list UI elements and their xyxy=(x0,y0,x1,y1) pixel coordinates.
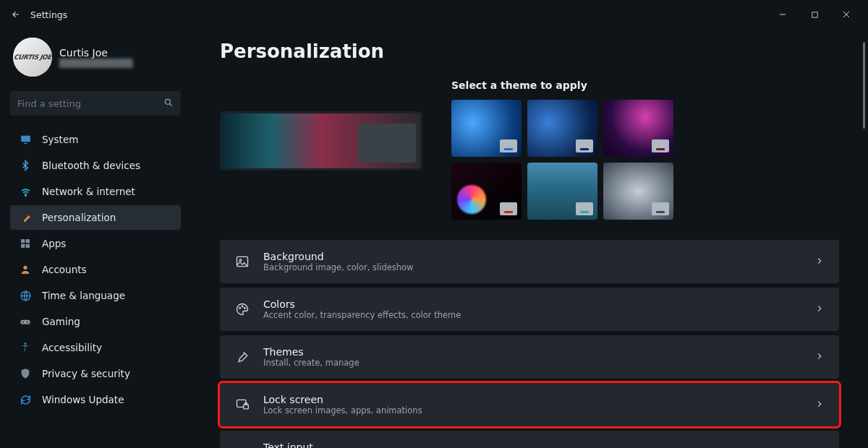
theme-tile-5[interactable] xyxy=(527,163,597,220)
bluetooth-icon xyxy=(19,159,32,172)
sidebar-item-accounts[interactable]: Accounts xyxy=(10,257,181,282)
sidebar-item-label: Windows Update xyxy=(42,394,124,405)
row-desc: Lock screen images, apps, animations xyxy=(263,405,422,415)
chevron-right-icon xyxy=(814,398,825,412)
scrollbar-thumb[interactable] xyxy=(863,42,865,129)
sidebar-item-apps[interactable]: Apps xyxy=(10,231,181,256)
row-desc: Accent color, transparency effects, colo… xyxy=(263,310,461,320)
chevron-right-icon xyxy=(814,255,825,269)
lockscreen-icon xyxy=(234,397,250,413)
svg-rect-6 xyxy=(26,239,30,243)
close-button[interactable] xyxy=(830,3,862,26)
sidebar-item-label: Personalization xyxy=(42,212,116,223)
theme-tile-3[interactable] xyxy=(603,100,673,157)
svg-rect-0 xyxy=(812,12,817,17)
sidebar-item-accessibility[interactable]: Accessibility xyxy=(10,335,181,360)
sidebar-item-privacy[interactable]: Privacy & security xyxy=(10,361,181,386)
keyboard-icon xyxy=(234,444,250,448)
row-desc: Background image, color, slideshow xyxy=(263,262,414,272)
row-title: Colors xyxy=(263,298,461,310)
sidebar-item-update[interactable]: Windows Update xyxy=(10,387,181,412)
image-icon xyxy=(234,254,250,270)
window-title: Settings xyxy=(30,9,67,20)
row-title: Text input xyxy=(263,441,544,448)
desktop-preview[interactable] xyxy=(220,111,422,171)
row-title: Lock screen xyxy=(263,394,422,405)
refresh-icon xyxy=(19,393,32,406)
chevron-right-icon xyxy=(814,446,825,449)
search-box[interactable] xyxy=(10,91,181,116)
svg-point-18 xyxy=(242,306,243,307)
row-background[interactable]: BackgroundBackground image, color, slide… xyxy=(220,240,839,283)
svg-point-14 xyxy=(25,343,27,345)
shield-icon xyxy=(19,367,32,380)
grid-icon xyxy=(19,237,32,250)
svg-rect-8 xyxy=(26,244,30,248)
scrollbar[interactable] xyxy=(859,32,865,444)
wifi-icon xyxy=(19,185,32,198)
sidebar-item-label: Network & internet xyxy=(42,186,135,197)
row-colors[interactable]: ColorsAccent color, transparency effects… xyxy=(220,288,839,331)
svg-point-12 xyxy=(22,322,24,323)
back-button[interactable] xyxy=(6,4,26,25)
sidebar-item-label: Accounts xyxy=(42,264,87,275)
settings-rows: BackgroundBackground image, color, slide… xyxy=(220,240,839,448)
svg-rect-2 xyxy=(21,135,30,142)
theme-tile-4[interactable] xyxy=(451,163,522,220)
sidebar-item-gaming[interactable]: Gaming xyxy=(10,309,181,334)
sidebar-item-label: Bluetooth & devices xyxy=(42,160,140,171)
themes-label: Select a theme to apply xyxy=(451,79,839,91)
svg-point-4 xyxy=(25,195,25,196)
user-name: Curtis Joe xyxy=(59,47,133,59)
titlebar: Settings xyxy=(0,0,868,29)
sidebar-item-label: Accessibility xyxy=(42,342,102,353)
row-lockscreen[interactable]: Lock screenLock screen images, apps, ani… xyxy=(220,383,839,426)
sidebar-item-label: Time & language xyxy=(42,290,125,301)
profile-block[interactable]: CURTIS JOE Curtis Joe ████████████ xyxy=(10,35,181,84)
chevron-right-icon xyxy=(814,350,825,364)
brush-icon xyxy=(234,349,250,365)
svg-point-16 xyxy=(239,259,242,262)
sidebar-item-system[interactable]: System xyxy=(10,127,181,152)
globe-icon xyxy=(19,289,32,302)
sidebar-item-label: Apps xyxy=(42,238,66,249)
row-title: Themes xyxy=(263,346,359,358)
theme-tile-2[interactable] xyxy=(527,100,597,157)
row-desc: Install, create, manage xyxy=(263,358,359,368)
paintbrush-icon xyxy=(19,211,32,224)
svg-rect-5 xyxy=(21,239,25,243)
person-icon xyxy=(19,263,32,276)
svg-rect-7 xyxy=(21,244,25,248)
svg-point-9 xyxy=(23,266,27,270)
search-icon xyxy=(163,97,174,111)
accessibility-icon xyxy=(19,341,32,354)
row-themes[interactable]: ThemesInstall, create, manage xyxy=(220,335,839,379)
theme-tile-6[interactable] xyxy=(603,163,673,220)
minimize-button[interactable] xyxy=(767,3,799,26)
palette-icon xyxy=(234,301,250,317)
search-input[interactable] xyxy=(17,98,163,109)
nav-list: System Bluetooth & devices Network & int… xyxy=(10,127,181,412)
row-textinput[interactable]: Text inputTouch keyboard, voice typing, … xyxy=(220,431,839,448)
monitor-icon xyxy=(19,133,32,146)
avatar: CURTIS JOE xyxy=(13,38,52,77)
sidebar-item-label: Privacy & security xyxy=(42,368,130,379)
row-title: Background xyxy=(263,251,414,262)
window-controls xyxy=(767,3,862,26)
themes-grid xyxy=(451,100,839,220)
svg-rect-3 xyxy=(24,142,27,143)
sidebar-item-personalization[interactable]: Personalization xyxy=(10,205,181,230)
maximize-button[interactable] xyxy=(799,3,830,26)
hero-section: Select a theme to apply xyxy=(220,79,839,220)
sidebar-item-time[interactable]: Time & language xyxy=(10,283,181,308)
svg-point-19 xyxy=(244,308,246,309)
sidebar-item-bluetooth[interactable]: Bluetooth & devices xyxy=(10,153,181,178)
sidebar-item-label: Gaming xyxy=(42,316,80,327)
content-area: Personalization Select a theme to apply … xyxy=(188,29,868,448)
theme-tile-1[interactable] xyxy=(451,100,522,157)
sidebar-item-network[interactable]: Network & internet xyxy=(10,179,181,204)
page-title: Personalization xyxy=(220,40,839,62)
svg-rect-11 xyxy=(20,320,30,324)
svg-point-13 xyxy=(27,322,28,323)
svg-rect-21 xyxy=(244,405,249,409)
